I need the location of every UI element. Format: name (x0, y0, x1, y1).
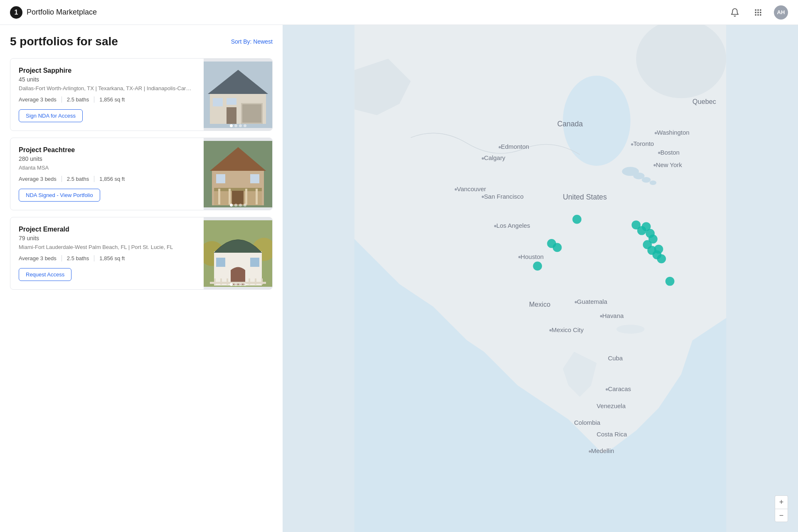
dot-1 (230, 124, 233, 127)
sort-by-button[interactable]: Sort By: Newest (231, 38, 273, 45)
card-stats: Average 3 beds 2.5 baths 1,856 sq ft (19, 96, 195, 103)
card-stats: Average 3 beds 2.5 baths 1,856 sq ft (19, 176, 195, 182)
svg-text:Guatemala: Guatemala (577, 298, 608, 305)
svg-text:Vancouver: Vancouver (457, 186, 486, 192)
main-layout: 5 portfolios for sale Sort By: Newest Pr… (0, 25, 798, 532)
image-dots (230, 124, 246, 127)
svg-rect-16 (213, 98, 223, 106)
svg-text:Havana: Havana (602, 313, 624, 319)
svg-rect-26 (256, 189, 258, 204)
svg-point-101 (657, 254, 666, 264)
svg-text:San Francisco: San Francisco (484, 193, 523, 200)
svg-text:Medellin: Medellin (591, 448, 614, 454)
svg-text:Mexico City: Mexico City (552, 327, 584, 333)
dot-2 (234, 283, 237, 286)
svg-point-48 (642, 177, 651, 183)
svg-point-54 (494, 225, 496, 227)
portfolio-card-project-peachtree: Project Peachtree 280 units Atlanta MSA … (10, 138, 273, 210)
map-zoom-controls: + − (775, 495, 788, 522)
app-title: Portfolio Marketplace (27, 8, 97, 17)
svg-rect-8 (760, 14, 761, 15)
svg-point-50 (616, 325, 645, 334)
svg-text:United States: United States (563, 193, 607, 201)
card-action-button[interactable]: Request Access (19, 268, 71, 281)
card-units: 45 units (19, 76, 195, 83)
dot-4 (244, 204, 246, 207)
dot-4 (244, 124, 246, 127)
card-title: Project Peachtree (19, 146, 195, 154)
dot-2 (234, 124, 237, 127)
bell-icon (730, 8, 739, 17)
svg-rect-42 (261, 278, 263, 285)
card-beds: Average 3 beds (19, 96, 62, 103)
card-units: 280 units (19, 155, 195, 162)
image-dots (230, 283, 246, 286)
svg-point-52 (482, 196, 484, 198)
svg-rect-28 (216, 174, 225, 183)
logo-icon: 1 (10, 6, 22, 19)
svg-rect-14 (242, 104, 261, 123)
map-panel: San Francisco Los Angeles Houston Vancou… (283, 25, 798, 532)
svg-rect-40 (249, 278, 250, 285)
svg-rect-23 (218, 189, 220, 204)
panel-header: 5 portfolios for sale Sort By: Newest (10, 35, 273, 48)
svg-rect-41 (255, 278, 256, 285)
svg-point-90 (553, 243, 562, 252)
svg-point-83 (606, 388, 608, 390)
svg-text:Boston: Boston (660, 149, 680, 156)
svg-rect-5 (760, 12, 761, 13)
svg-point-102 (665, 277, 675, 286)
grid-icon (754, 8, 762, 17)
svg-point-49 (650, 180, 656, 185)
dot-2 (234, 204, 237, 207)
zoom-in-button[interactable]: + (775, 495, 788, 509)
svg-point-91 (533, 261, 542, 271)
card-action-button[interactable]: Sign NDA for Access (19, 109, 83, 122)
svg-point-60 (482, 158, 484, 160)
svg-text:Toronto: Toronto (633, 140, 654, 147)
svg-text:Costa Rica: Costa Rica (597, 431, 628, 438)
svg-rect-39 (227, 278, 228, 285)
card-action-button[interactable]: NDA Signed - View Portfolio (19, 189, 100, 202)
dot-4 (244, 283, 246, 286)
card-image-project-sapphire (204, 59, 272, 131)
svg-text:Canada: Canada (557, 120, 583, 128)
card-baths: 2.5 baths (62, 96, 94, 103)
header-left: 1 Portfolio Marketplace (10, 6, 97, 19)
svg-rect-29 (250, 174, 259, 183)
svg-rect-6 (755, 14, 756, 15)
card-locations: Dallas-Fort Worth-Arlington, TX | Texark… (19, 85, 193, 91)
svg-rect-1 (757, 9, 759, 10)
svg-text:Mexico: Mexico (529, 300, 550, 308)
card-sqft: 1,856 sq ft (94, 176, 130, 182)
svg-rect-38 (220, 278, 222, 285)
card-info-project-peachtree: Project Peachtree 280 units Atlanta MSA … (10, 138, 204, 210)
svg-text:Houston: Houston (521, 254, 544, 260)
panel-title: 5 portfolios for sale (10, 35, 118, 48)
notification-button[interactable] (727, 5, 742, 20)
card-info-project-emerald: Project Emerald 79 units Miami-Fort Laud… (10, 217, 204, 289)
svg-rect-15 (227, 107, 236, 124)
card-sqft: 1,856 sq ft (94, 96, 130, 103)
card-stats: Average 3 beds 2.5 baths 1,856 sq ft (19, 255, 195, 261)
svg-text:Edmonton: Edmonton (501, 143, 529, 150)
card-image-project-peachtree (204, 138, 272, 210)
svg-point-69 (575, 301, 577, 303)
svg-rect-4 (757, 12, 759, 13)
svg-rect-35 (250, 258, 259, 267)
zoom-out-button[interactable]: − (775, 509, 788, 522)
svg-rect-2 (760, 9, 761, 10)
user-avatar[interactable]: AH (774, 5, 788, 20)
svg-point-58 (455, 188, 457, 190)
dot-3 (239, 204, 242, 207)
svg-text:Cuba: Cuba (608, 355, 623, 362)
svg-text:Colombia: Colombia (574, 419, 601, 426)
image-dots (230, 204, 246, 207)
card-locations: Miami-Fort Lauderdale-West Palm Beach, F… (19, 244, 193, 250)
svg-rect-22 (214, 188, 262, 191)
map-svg: San Francisco Los Angeles Houston Vancou… (283, 25, 798, 532)
portfolio-card-project-sapphire: Project Sapphire 45 units Dallas-Fort Wo… (10, 58, 273, 131)
grid-menu-button[interactable] (751, 5, 766, 20)
svg-point-75 (658, 152, 660, 154)
svg-rect-17 (227, 98, 236, 105)
